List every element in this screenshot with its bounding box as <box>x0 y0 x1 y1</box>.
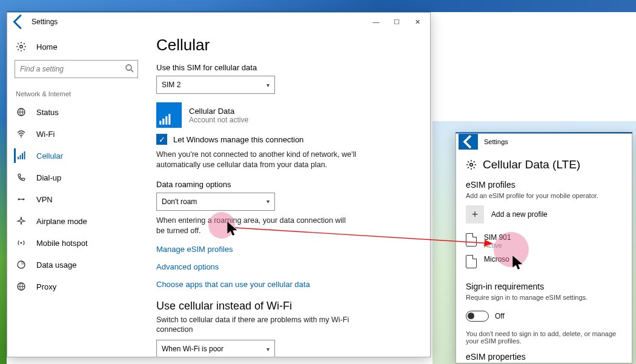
globe-icon <box>16 281 27 292</box>
sidebar-item-hotspot[interactable]: Mobile hotspot <box>7 232 145 254</box>
svg-rect-14 <box>159 121 161 125</box>
roaming-value: Don't roam <box>162 197 197 206</box>
sidebar-item-vpn[interactable]: VPN <box>7 188 145 210</box>
sim-select-label: Use this SIM for cellular data <box>156 63 413 72</box>
tile-title: Cellular Data <box>189 107 248 116</box>
sidebar-item-label: Airplane mode <box>36 217 87 226</box>
search-icon <box>125 64 134 76</box>
desktop-wallpaper-left <box>0 12 7 364</box>
svg-rect-6 <box>20 155 21 159</box>
cursor-icon <box>511 254 525 274</box>
settings-window-esim: Settings Cellular Data (LTE) eSIM profil… <box>455 133 632 363</box>
titlebar: Settings — ☐ ✕ <box>7 13 430 31</box>
add-profile-label: Add a new profile <box>491 210 548 219</box>
page-title: Cellular Data (LTE) <box>466 158 622 171</box>
page-title-text: Cellular Data (LTE) <box>483 158 580 171</box>
roaming-label: Data roaming options <box>156 180 413 189</box>
sidebar-item-label: Proxy <box>36 282 56 291</box>
sidebar-item-proxy[interactable]: Proxy <box>7 276 145 297</box>
svg-point-1 <box>126 65 131 70</box>
sidebar-item-label: Mobile hotspot <box>36 239 88 248</box>
sidebar-item-datausage[interactable]: Data usage <box>7 254 145 276</box>
home-label: Home <box>36 42 58 51</box>
sidebar-home[interactable]: Home <box>7 36 145 58</box>
content-pane: Cellular Use this SIM for cellular data … <box>145 31 430 357</box>
signin-heading: Sign-in requirements <box>466 282 622 291</box>
wifi-icon <box>16 128 27 139</box>
sim-card-icon <box>466 255 477 268</box>
sidebar-item-wifi[interactable]: Wi-Fi <box>7 123 145 145</box>
manage-connection-checkbox[interactable]: ✓ <box>156 134 167 145</box>
window-title: Settings <box>478 138 508 145</box>
svg-point-4 <box>21 136 22 137</box>
esim-properties-heading: eSIM properties <box>466 352 622 362</box>
hotspot-icon <box>16 237 27 248</box>
close-button[interactable]: ✕ <box>407 13 428 31</box>
active-indicator <box>14 148 16 163</box>
link-advanced-options[interactable]: Advanced options <box>156 262 413 271</box>
roaming-hint: When entering a roaming area, your data … <box>156 216 356 236</box>
sidebar-item-label: Data usage <box>36 260 77 270</box>
svg-rect-5 <box>18 157 19 159</box>
manage-connection-hint: When you're not connected to another kin… <box>156 150 356 170</box>
titlebar: Settings <box>456 134 632 150</box>
sidebar-item-label: Wi-Fi <box>36 130 55 139</box>
sidebar-item-label: Status <box>36 108 59 117</box>
svg-rect-16 <box>165 116 167 125</box>
roaming-select[interactable]: Don't roam ▾ <box>156 193 275 211</box>
wifi-fallback-heading: Use cellular instead of Wi-Fi <box>156 300 413 313</box>
gear-icon <box>466 159 477 170</box>
tile-subtitle: Account not active <box>189 116 248 124</box>
window-controls: — ☐ ✕ <box>366 13 428 31</box>
maximize-button[interactable]: ☐ <box>386 13 407 31</box>
page-title: Cellular <box>156 36 413 55</box>
signin-toggle[interactable] <box>466 311 489 322</box>
cursor-icon <box>226 220 239 240</box>
wifi-fallback-select[interactable]: When Wi-Fi is poor ▾ <box>156 340 275 357</box>
cellular-bars-icon <box>159 113 171 125</box>
chevron-down-icon: ▾ <box>267 82 270 88</box>
link-choose-apps[interactable]: Choose apps that can use your cellular d… <box>156 280 413 289</box>
desktop-wallpaper-top <box>0 0 636 12</box>
sim-card-icon <box>466 233 477 247</box>
signin-sub: Require sign in to manage eSIM settings. <box>466 294 622 301</box>
sidebar-item-dialup[interactable]: Dial-up <box>7 167 145 188</box>
sim-select-value: SIM 2 <box>162 81 181 89</box>
back-button[interactable] <box>459 134 478 150</box>
svg-point-18 <box>470 164 473 167</box>
settings-window-main: Settings — ☐ ✕ Home Network & Internet <box>7 12 431 357</box>
svg-rect-8 <box>24 151 25 159</box>
back-button[interactable] <box>10 13 28 31</box>
sidebar: Home Network & Internet Status Wi-Fi Ce <box>7 31 145 357</box>
svg-rect-17 <box>168 114 170 125</box>
esim-profile-item[interactable]: SIM 901 Active <box>466 233 622 249</box>
search-field[interactable] <box>15 60 138 78</box>
sidebar-item-airplane[interactable]: Airplane mode <box>7 210 145 232</box>
minimize-button[interactable]: — <box>366 13 386 31</box>
sidebar-item-label: Dial-up <box>36 173 61 182</box>
esim-profiles-sub: Add an eSIM profile for your mobile oper… <box>466 192 622 199</box>
chevron-down-icon: ▾ <box>267 346 270 352</box>
esim-profile-item[interactable]: Microso <box>466 255 622 268</box>
chevron-down-icon: ▾ <box>267 198 270 205</box>
sidebar-item-cellular[interactable]: Cellular <box>7 145 145 167</box>
plus-icon: + <box>466 205 484 223</box>
add-profile-row[interactable]: + Add a new profile <box>466 205 622 223</box>
wifi-fallback-value: When Wi-Fi is poor <box>162 345 224 353</box>
svg-point-0 <box>20 45 23 48</box>
svg-line-2 <box>131 70 133 72</box>
svg-point-11 <box>21 242 22 244</box>
cellular-tile[interactable] <box>156 102 182 128</box>
sim-select[interactable]: SIM 2 ▾ <box>156 76 275 94</box>
airplane-icon <box>16 216 27 227</box>
link-manage-esim[interactable]: Manage eSIM profiles <box>156 245 413 254</box>
search-input[interactable] <box>15 60 138 78</box>
signin-hint: You don't need to sign in to add, delete… <box>466 330 622 345</box>
toggle-label: Off <box>495 312 505 320</box>
status-icon <box>16 107 27 117</box>
esim-profiles-heading: eSIM profiles <box>466 180 622 190</box>
cellular-bars-icon <box>16 150 27 161</box>
sidebar-item-status[interactable]: Status <box>7 101 145 123</box>
vpn-icon <box>16 194 27 205</box>
gear-icon <box>16 41 27 52</box>
